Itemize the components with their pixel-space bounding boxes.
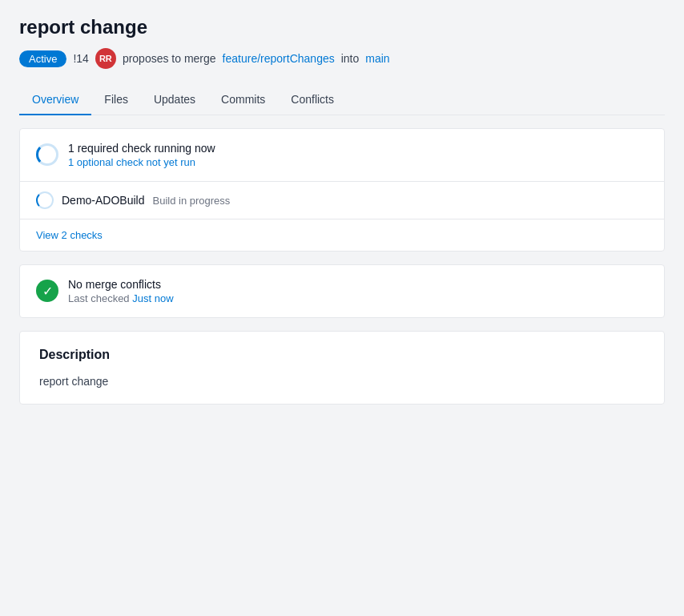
view-checks-link[interactable]: View 2 checks: [20, 219, 664, 251]
conflicts-card: ✓ No merge conflicts Last checked Just n…: [19, 264, 665, 318]
tab-overview[interactable]: Overview: [19, 85, 91, 115]
target-branch-link[interactable]: main: [365, 52, 389, 65]
last-checked-label: Last checked: [68, 292, 130, 304]
description-card: Description report change: [19, 331, 665, 405]
no-conflicts-row: ✓ No merge conflicts Last checked Just n…: [20, 265, 664, 317]
spinning-check-icon: [36, 143, 58, 166]
tab-bar: Overview Files Updates Commits Conflicts: [19, 85, 665, 115]
tab-conflicts[interactable]: Conflicts: [278, 85, 347, 115]
merge-text-into: into: [341, 52, 360, 65]
check-summary-sub: 1 optional check not yet run: [68, 156, 215, 168]
last-checked-time-link[interactable]: Just now: [132, 292, 173, 304]
build-status: Build in progress: [152, 195, 230, 207]
pr-number: !14: [73, 52, 88, 65]
description-title: Description: [39, 348, 645, 362]
avatar: RR: [95, 48, 116, 69]
checks-card: 1 required check running now 1 optional …: [19, 128, 665, 252]
build-spin-icon: [36, 191, 54, 209]
check-summary-main: 1 required check running now: [68, 142, 215, 155]
check-summary-row: 1 required check running now 1 optional …: [20, 129, 664, 181]
tab-files[interactable]: Files: [91, 85, 141, 115]
tab-updates[interactable]: Updates: [141, 85, 208, 115]
description-body: report change: [39, 375, 645, 388]
merge-text-before: proposes to merge: [123, 52, 216, 65]
status-badge: Active: [19, 50, 66, 67]
pr-meta-row: Active !14 RR proposes to merge feature/…: [19, 48, 665, 69]
build-row: Demo-ADOBuild Build in progress: [20, 182, 664, 219]
success-check-icon: ✓: [36, 280, 58, 302]
page-title: report change: [19, 16, 665, 38]
content-area: 1 required check running now 1 optional …: [19, 128, 665, 405]
source-branch-link[interactable]: feature/reportChanges: [223, 52, 335, 65]
last-checked-text: Last checked Just now: [68, 292, 174, 304]
tab-commits[interactable]: Commits: [208, 85, 278, 115]
build-name: Demo-ADOBuild: [62, 194, 144, 207]
no-conflicts-title: No merge conflicts: [68, 278, 174, 291]
